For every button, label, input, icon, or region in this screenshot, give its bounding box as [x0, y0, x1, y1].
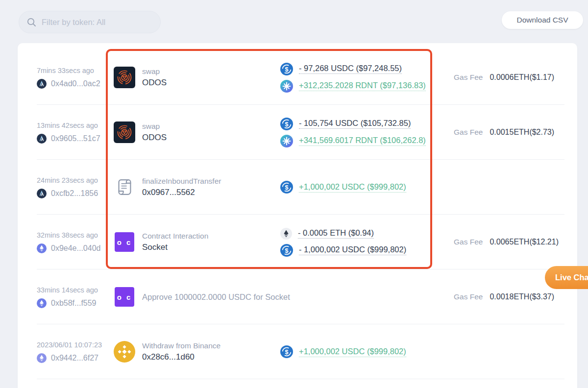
action-type: Contract Interaction [142, 232, 208, 241]
usdc-icon: $ [280, 63, 293, 75]
action-protocol: Socket [142, 242, 208, 252]
transfer-amount[interactable]: - 97,268 USDC ($97,248.55) [299, 64, 402, 74]
download-csv-button[interactable]: Download CSV [502, 11, 583, 29]
transfer-amount[interactable]: +1,000,002 USDC ($999,802) [299, 347, 406, 357]
tx-time: 33mins 14secs ago [37, 286, 114, 294]
arbitrum-icon [37, 79, 47, 89]
transactions-card: 7mins 33secs ago 0x4ad0...0ac2 [18, 43, 577, 388]
gas-fee-value: 0.0006ETH($1.17) [490, 73, 554, 82]
tx-time: 32mins 38secs ago [37, 231, 114, 239]
odos-icon [114, 121, 135, 143]
tx-hash-link[interactable]: 0x4ad0...0ac2 [51, 79, 100, 88]
token-filter-search[interactable] [19, 11, 161, 33]
transfer-amount[interactable]: +1,000,002 USDC ($999,802) [299, 182, 406, 193]
action-type: swap [142, 122, 167, 131]
svg-text:$: $ [285, 349, 289, 356]
usdc-icon: $ [280, 244, 293, 257]
scroll-icon [114, 176, 135, 198]
gas-fee-value: 0.0065ETH($12.21) [490, 238, 559, 246]
tx-hash-link[interactable]: 0xcfb2...1856 [51, 189, 98, 198]
gas-fee-label: Gas Fee [454, 238, 483, 246]
tx-time: 7mins 33secs ago [37, 67, 114, 74]
action-protocol: ODOS [142, 78, 167, 88]
arbitrum-icon [37, 134, 47, 144]
svg-text:$: $ [285, 66, 289, 73]
svg-text:$: $ [285, 247, 289, 254]
action-type: Withdraw from Binance [142, 341, 220, 350]
ethereum-chain-icon [37, 353, 47, 363]
transfer-amount[interactable]: +341,569.6017 RDNT ($106,262.8) [299, 136, 426, 146]
tx-time: 2023/06/01 10:07:23 [37, 341, 114, 349]
binance-icon [114, 341, 135, 363]
action-type: swap [142, 67, 167, 76]
gas-fee-label: Gas Fee [454, 128, 483, 137]
svg-text:$: $ [285, 121, 289, 127]
ethereum-chain-icon [37, 298, 47, 308]
transfer-amount[interactable]: - 1,000,002 USDC ($999,802) [299, 245, 406, 255]
usdc-icon: $ [280, 345, 293, 358]
table-row: 24mins 23secs ago 0xcfb2...1856 [18, 160, 577, 215]
tx-time: 13mins 42secs ago [37, 121, 114, 129]
table-row: 33mins 14secs ago 0xb58f...f559 o c Appr… [18, 269, 577, 324]
arbitrum-icon [37, 189, 47, 198]
search-input[interactable] [42, 18, 152, 27]
usdc-icon: $ [280, 181, 293, 194]
tx-time: 24mins 23secs ago [37, 176, 114, 184]
ethereum-chain-icon [37, 243, 47, 253]
svg-text:$: $ [285, 184, 289, 191]
action-contract: 0x28c6...1d60 [142, 352, 220, 362]
odos-icon [114, 67, 135, 88]
table-row: 2023/06/01 10:07:23 0x9442...6f27 [18, 324, 577, 379]
socket-oc-icon: o c [114, 231, 135, 253]
rdnt-icon [280, 135, 293, 147]
table-row: 32mins 38secs ago 0x9e4e...040d o c Cont… [18, 215, 577, 269]
tx-hash-link[interactable]: 0x9e4e...040d [51, 244, 100, 253]
gas-fee-value: 0.0015ETH($2.73) [490, 128, 554, 137]
gas-fee-label: Gas Fee [454, 73, 483, 82]
tx-hash-link[interactable]: 0xb58f...f559 [51, 299, 97, 308]
action-contract: 0x0967...5562 [142, 188, 221, 197]
search-icon [27, 18, 36, 27]
tx-hash-link[interactable]: 0x9442...6f27 [51, 354, 98, 363]
usdc-icon: $ [280, 118, 293, 130]
socket-oc-icon: o c [114, 286, 135, 308]
gas-fee-value: 0.0018ETH($3.37) [490, 292, 554, 301]
transfer-amount[interactable]: - 0.0005 ETH ($0.94) [298, 228, 374, 239]
gas-fee-label: Gas Fee [454, 292, 483, 301]
table-row: 7mins 33secs ago 0x4ad0...0ac2 [18, 50, 577, 105]
transfer-amount[interactable]: - 105,754 USDC ($105,732.85) [299, 119, 411, 129]
live-chat-button[interactable]: Live Chat [545, 266, 588, 289]
table-row: 13mins 42secs ago 0x9605...51c7 [18, 105, 577, 160]
action-description: Approve 1000002.0000 USDC for Socket [142, 292, 290, 302]
action-type: finalizeInboundTransfer [142, 177, 221, 186]
eth-token-icon [280, 228, 292, 240]
tx-hash-link[interactable]: 0x9605...51c7 [51, 134, 100, 143]
transfer-amount[interactable]: +312,235.2028 RDNT ($97,136.83) [299, 81, 426, 91]
rdnt-icon [280, 80, 293, 93]
action-protocol: ODOS [142, 133, 167, 143]
